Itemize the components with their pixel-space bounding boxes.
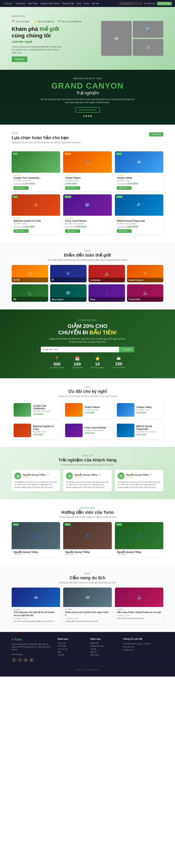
nav-link-tours[interactable]: Chuyến Thăm Quan [40,2,60,5]
destinations-title: Điểm đến toàn thế giới [12,253,163,258]
gc-cta-button[interactable]: KHÁM PHÁ NGAY [75,107,100,113]
promo-stat-2-icon: 📅 [72,356,83,361]
nav-search-input[interactable] [119,2,143,5]
card-5-image: Glacier 🧊 [63,194,111,216]
card-3-title: Vinales Valley [117,177,161,179]
featured-view-all-button[interactable]: Xem tất cả [149,132,163,136]
holiday-card-6-title: Milford Sound Fiapsonati [136,425,161,430]
card-4-price: 4.000.000đ 3.200.000đ [14,225,58,228]
facebook-button[interactable]: f [12,658,16,662]
card-1-stars: ★★★★★ [14,174,58,176]
blog-card-1[interactable]: 🏔 Du lịch 9 kỹ năng bạn cần biết để lên … [12,588,60,624]
testimonial-3-header: N Nguyễn Quang Thắng ★★★★★ " [118,472,160,479]
destination-8[interactable]: 🏯 Trung Quốc [127,284,164,302]
testimonial-3-text: Tôi đã đặt tour du lịch tại Turio và rất… [118,481,160,489]
blog-3-excerpt: Những điều cần biết khi đến thăm... [117,617,161,620]
card-5-book-button[interactable]: ĐẶT NGAY → [65,229,80,233]
card-2-book-button[interactable]: ĐẶT NGAY → [65,186,80,190]
testimonial-2: N Nguyễn Quang Thắng ★★★★★ " Tôi đã đặt … [63,470,111,492]
youtube-button[interactable]: yt [29,658,34,662]
holiday-card-5-location: Địa Điểm: New Zealand [84,429,110,431]
footer-link-1-0[interactable]: Trang Chủ [58,642,84,644]
card-3-image: Valley 🏔 [115,151,163,173]
destination-2[interactable]: 🏛 Bỉ [50,265,87,282]
footer-links-1: Trang Chủ Giới Thiệu Tour Du Lịch Blog L… [58,642,84,656]
nav-logo-dot: ● [3,2,5,5]
blog-card-3[interactable]: 🏯 Du lịch Cẩm nang ở Sân Lương Phương tự… [115,588,163,624]
footer-link-2-0[interactable]: Điểm Đến [91,642,117,644]
nav-login-button[interactable]: Đăng Nhập [157,2,172,5]
nav-link-transport[interactable]: Phương Tiện [62,2,74,5]
footer-link-1-1[interactable]: Giới Thiệu [58,645,84,647]
card-6-old-price: 4.500.000đ [117,226,126,228]
featured-card-4: Tour 🏛 ★★★★☆ National Capitol of Cuba Đị… [12,194,60,234]
footer-logo: ● Turio [12,638,52,641]
destination-6[interactable]: 🧊 New Zeland [50,284,87,302]
gc-dot-4[interactable] [90,115,92,117]
testimonial-1-meta: Nguyễn Quang Thắng ★★★★★ [23,474,46,478]
nav-link-about[interactable]: Giới Thiệu [28,2,38,5]
grand-canyon-content: ĐIỂM ĐẾN TUẦN NÀY Ở TURIO GRAND CANYON T… [39,78,136,117]
instagram-button[interactable]: in [23,658,28,662]
card-2-body: ★★★★☆ Amber Palace Địa Điểm: Ấn Độ 2.500… [63,173,111,191]
footer-link-2-3[interactable]: Đặt Tour [91,651,117,653]
nav-link-contact[interactable]: Liên Hệ [91,2,99,5]
card-3-book-button[interactable]: ĐẶT NGAY → [117,186,132,190]
footer-link-1-2[interactable]: Tour Du Lịch [58,648,84,650]
destination-4[interactable]: 🏜 Grand Canyon [127,265,164,282]
nav-link-home[interactable]: Trang Chủ [15,2,25,5]
footer-link-2-1[interactable]: Hướng Dẫn Viên [91,645,117,647]
featured-card-3: Valley 🏔 ★★★★★ Vinales Valley Địa Điểm: … [115,151,163,191]
holiday-card-6-price: 3.800.000đ [136,434,161,436]
guide-3-image: Guide 👤 [115,522,163,549]
twitter-button[interactable]: t [18,658,22,662]
promo-stats: 📍 500 Địa điểm Checkin 📅 100 Lịch trình … [12,356,163,369]
hero-text: Khám phá Turio 📍 Tất cả địa điểm ⭐ Tất c… [12,15,101,62]
destination-3[interactable]: 🏯 Cambodia [89,265,125,282]
blog-1-excerpt: Bài viết chia sẻ những kinh nghiệm du lị… [14,620,58,623]
promo-label: Ưu đãi đặc biệt [12,319,163,321]
holiday-card-6-location: Địa Điểm: New Zealand [136,431,161,433]
nav-logo[interactable]: ● Turio [3,2,12,5]
hero-cta-button[interactable]: Đặt ngay [12,56,27,62]
guide-1-body: Nguyễn Quang Thắng Tour Guide [12,549,60,557]
testimonial-2-quote-icon: " [99,474,100,478]
footer-link-2-2[interactable]: Ưu Đãi [91,648,117,650]
nav-link-blog[interactable]: Blog [77,2,81,5]
guide-3-name: Nguyễn Quang Thắng [117,551,161,554]
card-1-book-button[interactable]: ĐẶT NGAY → [14,186,29,190]
card-1-badge: Tour [13,153,18,155]
card-6-stars: ★★★★☆ [117,217,161,219]
promo-search-button[interactable]: Tìm kiếm [119,347,134,352]
promo-stat-2: 📅 100 Lịch trình Mới [72,356,83,369]
blog-card-2[interactable]: 🏙 Du lịch Khám phá du lịch tại Bắc Kinh … [63,588,111,624]
card-5-location: Địa Điểm: New Zealand [65,223,110,225]
destination-7[interactable]: 🗼 Paris [89,284,125,302]
card-6-book-button[interactable]: ĐẶT NGAY → [117,229,132,233]
hero-title: Khám phá thế giới cùng chúng tôi [12,26,101,39]
blog-3-image: 🏯 [115,588,163,607]
card-4-book-button[interactable]: ĐẶT NGAY → [14,229,29,233]
promo-stat-1-label: Địa điểm Checkin [50,367,64,369]
destination-5[interactable]: 🗽 Mỹ [12,284,48,302]
blog-1-overlay: 🏔 [12,588,60,607]
card-3-price: 3.500.000đ 3.000.000đ [117,182,161,185]
card-4-old-price: 4.000.000đ [14,226,22,228]
footer-link-1-3[interactable]: Blog [58,651,84,653]
blog-1-body: Du lịch 9 kỹ năng bạn cần biết để lên kế… [12,607,60,624]
holiday-card-4: National Capitol of Cuba Địa Điểm: Cuba … [12,422,60,439]
gc-dot-2[interactable] [85,115,87,117]
destination-1[interactable]: 🕌 Ấn Độ [12,265,48,282]
nav-link-pages[interactable]: Trang [83,2,89,5]
footer-link-2-4[interactable]: Cẩm Nang [91,654,117,656]
hero-description: Turio là công ty du lịch hàng đầu Việt N… [12,45,62,54]
holiday-card-5-price: 4.200.000đ [84,432,110,434]
gc-dot-3[interactable] [88,115,90,117]
testimonial-3-avatar: N [118,472,125,479]
footer-link-1-4[interactable]: Liên Hệ [58,654,84,656]
card-2-title: Amber Palace [65,177,110,179]
promo-search-input[interactable] [41,347,119,352]
guide-2-body: Nguyễn Quang Thắng Tour Guide [63,549,111,557]
promo-description: Đừng bỏ lỡ cơ hội này! Đặt tour ngay hôm… [49,337,126,344]
gc-dot-1[interactable] [83,115,85,117]
